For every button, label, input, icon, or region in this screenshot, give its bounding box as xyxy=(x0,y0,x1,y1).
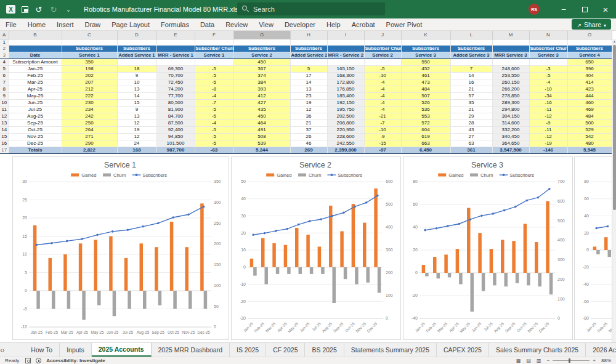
data-cell[interactable]: 84,700 xyxy=(156,113,195,119)
row-header-5[interactable]: 5 xyxy=(0,65,9,72)
sheet-tab-2025-mrr-dashboard[interactable]: 2025 MRR Dashboard xyxy=(152,343,230,357)
data-cell[interactable]: 77,700 xyxy=(156,92,195,99)
data-cell[interactable]: 271 xyxy=(62,133,117,140)
data-cell[interactable]: 480 xyxy=(567,140,612,147)
data-cell[interactable]: 70,700 xyxy=(156,72,195,79)
sheet-tab-2026-accounts[interactable]: 2026 Accounts xyxy=(586,343,616,357)
column-header-J[interactable]: J xyxy=(364,31,401,39)
subscription-amount-cell[interactable] xyxy=(290,59,327,65)
data-cell[interactable]: 14 xyxy=(117,92,156,99)
data-cell[interactable]: 484 xyxy=(567,113,612,119)
column-header-A[interactable]: A xyxy=(0,31,9,39)
data-cell[interactable]: -4 xyxy=(364,79,401,86)
data-cell[interactable]: 81,900 xyxy=(156,106,195,113)
ribbon-tab-review[interactable]: Review xyxy=(220,18,253,31)
row-header-2[interactable]: 2 xyxy=(0,45,9,52)
data-cell[interactable]: 461 xyxy=(401,72,450,79)
chart-service-2[interactable]: Service 2GainedChurnSubscribers-30-20-10… xyxy=(231,156,401,340)
data-cell[interactable]: -5 xyxy=(195,106,233,113)
data-cell[interactable]: 94,850 xyxy=(156,133,195,140)
data-cell[interactable]: 253,550 xyxy=(492,72,529,79)
data-cell[interactable]: 195,750 xyxy=(327,106,364,113)
data-cell[interactable]: -5 xyxy=(195,113,233,119)
row-header-13[interactable]: 13 xyxy=(0,119,9,126)
data-cell[interactable]: 21 xyxy=(450,106,492,113)
data-cell[interactable]: 248,600 xyxy=(492,65,529,72)
row-header-1[interactable]: 1 xyxy=(0,39,9,45)
cell[interactable] xyxy=(156,39,195,45)
data-cell[interactable]: 412 xyxy=(233,92,290,99)
cell[interactable] xyxy=(401,39,450,45)
data-cell[interactable]: 663 xyxy=(401,140,450,147)
ribbon-tab-developer[interactable]: Developer xyxy=(279,18,321,31)
data-cell[interactable]: 529 xyxy=(567,126,612,133)
date-cell[interactable]: May-25 xyxy=(9,92,62,99)
data-cell[interactable]: -12 xyxy=(529,133,567,140)
data-cell[interactable]: 19 xyxy=(290,99,327,106)
data-cell[interactable]: -4 xyxy=(195,119,233,126)
data-cell[interactable]: 427 xyxy=(233,99,290,106)
data-cell[interactable]: 572 xyxy=(401,119,450,126)
sheet-tab-2025-accounts[interactable]: 2025 Accounts xyxy=(92,343,152,357)
subscription-amount-cell[interactable] xyxy=(156,59,195,65)
ribbon-tab-power-pivot[interactable]: Power Pivot xyxy=(381,18,428,31)
close-button[interactable] xyxy=(595,0,616,18)
macro-record-icon[interactable] xyxy=(25,358,31,363)
ribbon-tab-acrobat[interactable]: Acrobat xyxy=(346,18,381,31)
row-header-14[interactable]: 14 xyxy=(0,126,9,133)
data-cell[interactable]: 266,200 xyxy=(492,86,529,92)
data-cell[interactable]: 80,500 xyxy=(156,99,195,106)
data-cell[interactable]: -5 xyxy=(195,126,233,133)
zoom-level[interactable]: 88% xyxy=(601,358,611,363)
date-cell[interactable]: Aug-25 xyxy=(9,113,62,119)
subscription-amount-cell[interactable] xyxy=(117,59,156,65)
data-cell[interactable]: 423 xyxy=(567,86,612,92)
data-cell[interactable]: 452 xyxy=(401,65,450,72)
data-cell[interactable]: 242 xyxy=(62,113,117,119)
scroll-up-icon[interactable] xyxy=(612,39,616,43)
data-cell[interactable]: -3 xyxy=(529,65,567,72)
data-cell[interactable]: -4 xyxy=(364,99,401,106)
data-cell[interactable]: 539 xyxy=(233,140,290,147)
data-cell[interactable]: -5 xyxy=(195,133,233,140)
data-cell[interactable]: -7 xyxy=(195,99,233,106)
data-cell[interactable]: -5 xyxy=(195,72,233,79)
data-cell[interactable]: 18 xyxy=(117,65,156,72)
data-cell[interactable]: 14 xyxy=(450,72,492,79)
data-cell[interactable]: 220,950 xyxy=(327,126,364,133)
subscription-amount-cell[interactable]: 550 xyxy=(401,59,450,65)
data-cell[interactable]: 542 xyxy=(567,133,612,140)
row-header-10[interactable]: 10 xyxy=(0,99,9,106)
share-button[interactable]: Share xyxy=(572,19,611,30)
row-header-17[interactable]: 17 xyxy=(0,147,9,153)
data-cell[interactable]: 12 xyxy=(290,106,327,113)
zoom-out-icon[interactable] xyxy=(547,358,550,363)
data-cell[interactable]: 69,300 xyxy=(156,65,195,72)
data-cell[interactable]: 202,500 xyxy=(327,113,364,119)
data-cell[interactable]: 168,300 xyxy=(327,72,364,79)
data-cell[interactable]: 185,400 xyxy=(327,92,364,99)
undo-icon[interactable] xyxy=(34,5,43,14)
sheet-tab-bs-2025[interactable]: BS 2025 xyxy=(305,343,344,357)
data-cell[interactable]: 250 xyxy=(62,119,117,126)
zoom-slider[interactable] xyxy=(553,360,590,361)
data-cell[interactable]: 165,150 xyxy=(327,65,364,72)
date-cell[interactable]: Nov-25 xyxy=(9,133,62,140)
column-header-M[interactable]: M xyxy=(492,31,529,39)
data-cell[interactable]: 444 xyxy=(567,92,612,99)
column-header-H[interactable]: H xyxy=(290,31,327,39)
sheet-tab-is-2025[interactable]: IS 2025 xyxy=(230,343,266,357)
subscription-amount-cell[interactable]: Subscription Amount xyxy=(9,59,62,65)
data-cell[interactable]: -12 xyxy=(529,113,567,119)
data-cell[interactable]: -4 xyxy=(195,92,233,99)
ribbon-tab-page-layout[interactable]: Page Layout xyxy=(106,18,155,31)
cell[interactable] xyxy=(290,39,327,45)
data-cell[interactable]: 464 xyxy=(233,119,290,126)
data-cell[interactable]: 450 xyxy=(233,113,290,119)
data-cell[interactable]: -4 xyxy=(529,79,567,86)
row-header-6[interactable]: 6 xyxy=(0,72,9,79)
data-cell[interactable]: -9 xyxy=(364,133,401,140)
ribbon-tab-insert[interactable]: Insert xyxy=(51,18,79,31)
date-cell[interactable]: Jul-25 xyxy=(9,106,62,113)
data-cell[interactable]: 57 xyxy=(450,92,492,99)
